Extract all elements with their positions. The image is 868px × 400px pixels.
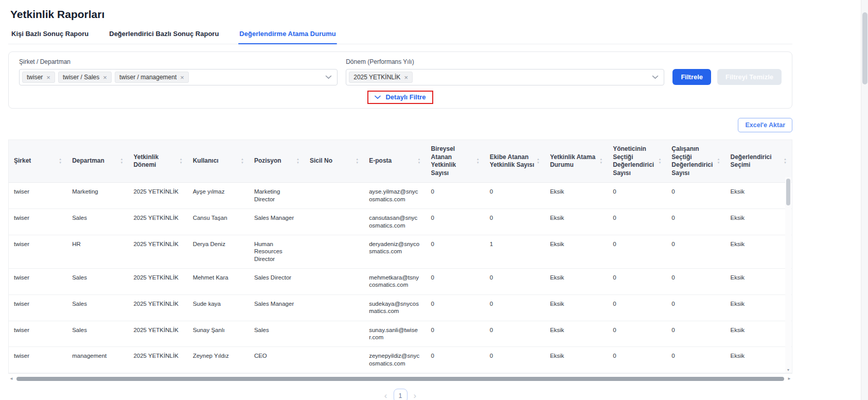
page-vertical-scrollbar[interactable]	[861, 0, 868, 400]
export-excel-button[interactable]: Excel'e Aktar	[738, 118, 792, 132]
column-header-label: Çalışanın Seçtiği Değerlendirici Sayısı	[671, 145, 715, 177]
table-cell: Eksik	[545, 183, 608, 209]
table-cell: 0	[426, 321, 484, 347]
scroll-left-icon[interactable]: ◄	[9, 377, 13, 381]
table-cell: Sunay Şanlı	[188, 321, 249, 347]
column-header-label: Sicil No	[310, 157, 332, 165]
table-cell: Sales Manager	[249, 294, 305, 321]
column-header[interactable]: Çalışanın Seçtiği Değerlendirici Sayısı▲…	[666, 140, 725, 183]
column-header[interactable]: Sicil No▲▼	[305, 140, 364, 183]
sort-icon: ▲▼	[59, 158, 63, 165]
table-cell	[305, 183, 364, 209]
table-cell: sunay.sanli@twiser.com	[364, 321, 426, 347]
column-header[interactable]: Bireysel Atanan Yetkinlik Sayısı▲▼	[426, 140, 484, 183]
sort-icon: ▲▼	[599, 158, 604, 165]
filter-tag: twiser / Sales×	[58, 72, 112, 83]
sort-icon: ▲▼	[658, 158, 662, 165]
table-cell	[305, 321, 364, 347]
column-header-label: Şirket	[14, 157, 31, 165]
column-header[interactable]: Yetkinlik Atama Durumu▲▼	[545, 140, 608, 183]
table-cell: Eksik	[545, 294, 608, 321]
scroll-right-icon[interactable]: ►	[787, 377, 791, 381]
table-cell: 0	[426, 183, 484, 209]
table-cell: twiser	[9, 235, 67, 268]
filter-tag: twiser / management×	[115, 72, 189, 83]
detailed-filter-link[interactable]: Detaylı Filtre	[375, 93, 426, 101]
table-cell: Eksik	[545, 321, 608, 347]
table-cell: 0	[666, 321, 725, 347]
sort-icon: ▲▼	[537, 158, 541, 165]
company-department-select[interactable]: twiser×twiser / Sales×twiser / managemen…	[19, 69, 338, 85]
pagination: ‹ 1 ›	[8, 389, 792, 400]
table-cell: Eksik	[725, 321, 792, 347]
column-header[interactable]: Ekibe Atanan Yetkinlik Sayısı▲▼	[485, 140, 545, 183]
table-header-row: Şirket▲▼Departman▲▼Yetkinlik Dönemi▲▼Kul…	[9, 140, 792, 183]
filter-button[interactable]: Filtrele	[672, 69, 711, 85]
annotation-highlight: Detaylı Filtre	[367, 91, 433, 104]
period-field: Dönem (Performans Yılı) 2025 YETKİNLİK×	[346, 58, 664, 85]
column-header[interactable]: Pozisyon▲▼	[249, 140, 305, 183]
column-header-label: Yetkinlik Atama Durumu	[550, 153, 597, 169]
chevron-down-icon	[325, 75, 332, 79]
table-cell: 0	[666, 347, 725, 373]
table-cell: Cansu Taşan	[188, 209, 249, 235]
page-scrollbar-thumb[interactable]	[862, 12, 867, 84]
previous-page-icon[interactable]: ‹	[384, 391, 387, 400]
table-cell: 0	[485, 269, 545, 295]
table-horizontal-scrollbar[interactable]: ◄ ►	[8, 375, 792, 382]
next-page-icon[interactable]: ›	[414, 391, 417, 400]
table-row: twiserSales2025 YETKİNLİKSunay ŞanlıSale…	[9, 321, 792, 347]
table-cell	[305, 209, 364, 235]
clear-filter-button[interactable]: Filtreyi Temizle	[717, 69, 782, 85]
page-1-button[interactable]: 1	[394, 389, 408, 400]
table-row: twiserMarketing2025 YETKİNLİKAyşe yılmaz…	[9, 183, 792, 209]
table-cell: mehmetkara@tsnycosmatics.com	[364, 269, 426, 295]
period-tags: 2025 YETKİNLİK×	[349, 72, 413, 83]
table-cell: Mehmet Kara	[188, 269, 249, 295]
column-header[interactable]: Yetkinlik Dönemi▲▼	[128, 140, 187, 183]
table-cell: zeynepyildiz@snycosmatics.com	[364, 347, 426, 373]
table-cell: Sales	[67, 294, 128, 321]
horizontal-scrollbar-thumb[interactable]	[16, 377, 784, 381]
table-cell: Eksik	[725, 269, 792, 295]
column-header-label: Pozisyon	[254, 157, 281, 165]
page-title: Yetkinlik Raporları	[10, 8, 792, 21]
sort-icon: ▲▼	[717, 158, 721, 165]
column-header[interactable]: Departman▲▼	[67, 140, 128, 183]
remove-tag-icon[interactable]: ×	[404, 74, 408, 81]
table-cell: twiser	[9, 269, 67, 295]
period-select[interactable]: 2025 YETKİNLİK×	[346, 69, 664, 85]
table-cell	[305, 269, 364, 295]
table-vertical-scrollbar[interactable]: ▼	[785, 177, 791, 373]
table-cell: Human Resources Director	[249, 235, 305, 268]
table-cell: Marketing	[67, 183, 128, 209]
column-header[interactable]: Şirket▲▼	[9, 140, 67, 183]
table-cell: 2025 YETKİNLİK	[128, 269, 187, 295]
tab-degerlendirme-atama-durumu[interactable]: Değerlendirme Atama Durumu	[238, 30, 336, 44]
vertical-scrollbar-thumb[interactable]	[786, 179, 790, 205]
table-cell: Sales	[249, 321, 305, 347]
tab-degerlendirici-bazli-sonuc-raporu[interactable]: Değerlendirici Bazlı Sonuç Raporu	[108, 30, 220, 44]
table-row: twiserSales2025 YETKİNLİKSude kayaSales …	[9, 294, 792, 321]
column-header[interactable]: Değerlendirici Seçimi▲▼	[725, 140, 792, 183]
table-cell: 0	[426, 294, 484, 321]
table-cell: Eksik	[725, 235, 792, 268]
chevron-down-icon	[375, 95, 381, 99]
column-header[interactable]: E-posta▲▼	[364, 140, 426, 183]
sort-icon: ▲▼	[241, 158, 245, 165]
remove-tag-icon[interactable]: ×	[46, 74, 50, 81]
chevron-down-icon	[652, 75, 659, 79]
column-header[interactable]: Kullanıcı▲▼	[188, 140, 249, 183]
table-cell: 0	[608, 269, 666, 295]
tab-kisi-bazli-sonuc-raporu[interactable]: Kişi Bazlı Sonuç Raporu	[10, 30, 90, 44]
scroll-down-icon[interactable]: ▼	[787, 368, 790, 373]
sort-icon: ▲▼	[296, 158, 300, 165]
filter-tag-label: twiser	[27, 74, 43, 81]
table-cell: twiser	[9, 294, 67, 321]
remove-tag-icon[interactable]: ×	[103, 74, 107, 81]
table-cell: 2025 YETKİNLİK	[128, 321, 187, 347]
table-cell: Eksik	[545, 209, 608, 235]
column-header[interactable]: Yöneticinin Seçtiği Değerlendirici Sayıs…	[608, 140, 666, 183]
sort-icon: ▲▼	[784, 158, 788, 165]
remove-tag-icon[interactable]: ×	[180, 74, 184, 81]
